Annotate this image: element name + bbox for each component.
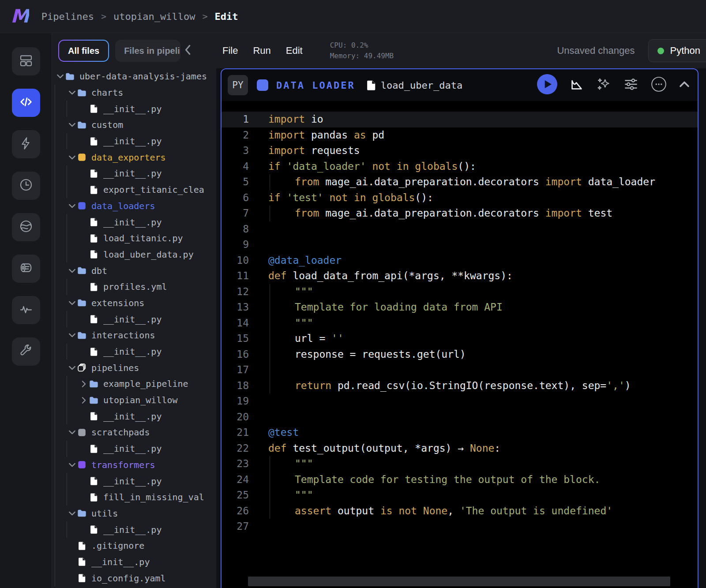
chevron-down-icon xyxy=(67,333,77,337)
code-line-13[interactable]: 13Template for loading data from API xyxy=(222,300,698,315)
tree-folder-data-loaders[interactable]: data_loaders xyxy=(55,198,216,214)
ai-actions-button[interactable] xyxy=(596,77,611,94)
tree-file-load-uber-data-py[interactable]: load_uber_data.py xyxy=(55,247,216,263)
code-line-8[interactable]: 8 xyxy=(222,221,698,237)
tree-folder-custom[interactable]: custom xyxy=(55,117,216,133)
tree-folder-interactions[interactable]: interactions xyxy=(55,327,216,344)
chart-icon xyxy=(570,77,584,93)
code-line-11[interactable]: 11def load_data_from_api(*args, **kwargs… xyxy=(222,268,698,284)
code-line-25[interactable]: 25""" xyxy=(222,487,698,503)
tree-folder-scratchpads[interactable]: scratchpads xyxy=(55,424,216,441)
rail-logs-button[interactable] xyxy=(12,255,40,283)
tree-file-io-config-yaml[interactable]: io_config.yaml xyxy=(55,570,216,586)
tree-file-export-titanic-clea[interactable]: export_titanic_clea xyxy=(55,182,216,198)
code-line-6[interactable]: 6if 'test' not in globals(): xyxy=(222,190,698,206)
tree-file-profiles-yml[interactable]: profiles.yml xyxy=(55,279,216,295)
rail-code-editor-button[interactable] xyxy=(12,89,40,117)
code-line-1[interactable]: 1import io xyxy=(222,112,698,127)
rail-dashboard-button[interactable] xyxy=(12,47,40,75)
tree-file--init-py[interactable]: __init__.py xyxy=(55,554,216,570)
code-line-12[interactable]: 12""" xyxy=(222,284,698,300)
code-line-5[interactable]: 5from mage_ai.data_preparation.decorator… xyxy=(222,174,698,190)
code-line-3[interactable]: 3import requests xyxy=(222,143,698,159)
tree-file--init-py[interactable]: __init__.py xyxy=(55,101,216,117)
tree-folder-utils[interactable]: utils xyxy=(55,506,216,522)
tree-folder-data-exporters[interactable]: data_exporters xyxy=(55,149,216,165)
file-panel-tabs: All files Files in pipeline xyxy=(52,33,216,68)
code-line-15[interactable]: 15url = '' xyxy=(222,331,698,347)
tree-folder-charts[interactable]: charts xyxy=(55,85,216,101)
tree-file--init-py[interactable]: __init__.py xyxy=(55,311,216,327)
tree-file--init-py[interactable]: __init__.py xyxy=(55,521,216,538)
chevron-down-icon xyxy=(67,463,77,467)
tab-files-in-pipeline[interactable]: Files in pipeline xyxy=(115,40,180,62)
code-line-2[interactable]: 2import pandas as pd xyxy=(222,127,698,143)
block-settings-button[interactable] xyxy=(623,77,638,94)
more-icon xyxy=(651,76,667,94)
menu-edit[interactable]: Edit xyxy=(286,45,303,56)
code-line-17[interactable]: 17 xyxy=(222,362,698,378)
tree-file--init-py[interactable]: __init__.py xyxy=(55,473,216,489)
tree-file--init-py[interactable]: __init__.py xyxy=(55,344,216,360)
breadcrumb-pipelines[interactable]: Pipelines xyxy=(41,11,94,22)
tree-item-label: custom xyxy=(91,120,123,130)
kernel-selector-button[interactable]: Python xyxy=(648,39,706,62)
code-line-22[interactable]: 22def test_output(output, *args) → None: xyxy=(222,441,698,457)
collapse-block-button[interactable] xyxy=(679,81,690,90)
line-number: 19 xyxy=(222,393,249,409)
collapse-panel-button[interactable] xyxy=(184,45,191,57)
tree-file-load-titanic-py[interactable]: load_titanic.py xyxy=(55,230,216,247)
breadcrumb-pipeline-name[interactable]: utopian_willow xyxy=(113,11,195,22)
rail-triggers-button[interactable] xyxy=(12,130,40,158)
tree-file--init-py[interactable]: __init__.py xyxy=(55,214,216,230)
tree-folder-dbt[interactable]: dbt xyxy=(55,262,216,279)
mage-logo[interactable]: M xyxy=(11,7,29,26)
tree-folder-pipelines[interactable]: pipelines xyxy=(55,360,216,376)
code-editor[interactable]: 1import io2import pandas as pd3import re… xyxy=(222,101,698,588)
tree-file--gitignore[interactable]: .gitignore xyxy=(55,538,216,554)
code-line-16[interactable]: 16response = requests.get(url) xyxy=(222,347,698,363)
code-line-21[interactable]: 21@test xyxy=(222,425,698,441)
code-line-20[interactable]: 20 xyxy=(222,409,698,425)
tree-file--init-py[interactable]: __init__.py xyxy=(55,165,216,182)
system-metrics: CPU: 0.2% Memory: 49.49MB xyxy=(330,40,394,61)
code-line-4[interactable]: 4if 'data_loader' not in globals(): xyxy=(222,159,698,175)
code-line-24[interactable]: 24Template code for testing the output o… xyxy=(222,472,698,488)
code-line-18[interactable]: 18return pd.read_csv(io.StringIO(respons… xyxy=(222,378,698,394)
code-line-10[interactable]: 10@data_loader xyxy=(222,253,698,269)
run-block-button[interactable] xyxy=(537,74,557,96)
tree-file--init-py[interactable]: __init__.py xyxy=(55,133,216,150)
code-line-7[interactable]: 7from mage_ai.data_preparation.decorator… xyxy=(222,206,698,221)
tree-folder-uber-data-analysis-james[interactable]: uber-data-analysis-james xyxy=(55,68,216,85)
tree-file--init-py[interactable]: __init__.py xyxy=(55,441,216,457)
indent-guide xyxy=(270,456,295,472)
tree-folder-extensions[interactable]: extensions xyxy=(55,295,216,311)
block-color-swatch xyxy=(257,79,268,91)
rail-schedules-button[interactable] xyxy=(12,172,40,200)
chart-button[interactable] xyxy=(570,77,584,93)
tree-folder-example-pipeline[interactable]: example_pipeline xyxy=(55,376,216,392)
indent-guide xyxy=(270,487,295,503)
code-line-27[interactable]: 27 xyxy=(222,519,698,535)
more-options-button[interactable] xyxy=(651,76,667,94)
folder-icon xyxy=(89,380,101,388)
tree-folder-utopian-willow[interactable]: utopian_willow xyxy=(55,392,216,408)
code-line-23[interactable]: 23""" xyxy=(222,456,698,472)
code-line-14[interactable]: 14""" xyxy=(222,315,698,331)
code-line-26[interactable]: 26assert output is not None, 'The output… xyxy=(222,503,698,519)
rail-monitor-button[interactable] xyxy=(12,296,40,324)
indent-guide xyxy=(270,284,295,300)
code-line-9[interactable]: 9 xyxy=(222,237,698,253)
rail-global-data-button[interactable] xyxy=(12,213,40,241)
scrollbar-thumb[interactable] xyxy=(248,577,670,586)
code-line-19[interactable]: 19 xyxy=(222,393,698,409)
menu-run[interactable]: Run xyxy=(253,45,270,56)
rail-settings-button[interactable] xyxy=(12,337,40,366)
editor-toolbar: File Run Edit CPU: 0.2% Memory: 49.49MB … xyxy=(216,33,706,68)
tree-file--init-py[interactable]: __init__.py xyxy=(55,408,216,424)
tree-folder-transformers[interactable]: transformers xyxy=(55,457,216,473)
menu-file[interactable]: File xyxy=(222,45,238,56)
tab-all-files[interactable]: All files xyxy=(58,40,109,62)
tree-file-fill-in-missing-val[interactable]: fill_in_missing_val xyxy=(55,489,216,506)
tree-item-label: __init__.py xyxy=(103,346,161,357)
